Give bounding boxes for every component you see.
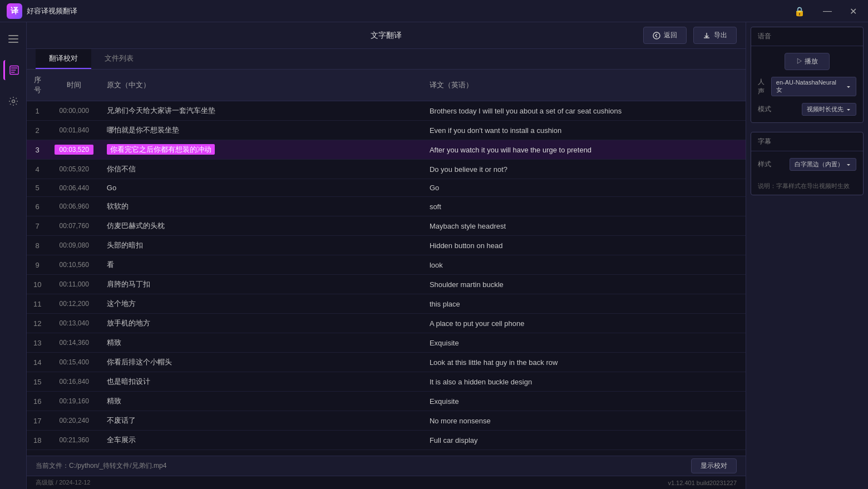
cell-seq: 9: [27, 255, 48, 275]
cell-seq: 6: [27, 197, 48, 216]
back-button[interactable]: 返回: [643, 27, 687, 44]
cell-source: 精致: [100, 333, 423, 353]
minimize-btn[interactable]: —: [818, 4, 836, 18]
table-row[interactable]: 1100:12,200这个地方this place: [27, 294, 746, 314]
cell-seq: 17: [27, 411, 48, 431]
mode-label: 模式: [758, 105, 771, 114]
tab-files[interactable]: 文件列表: [91, 49, 147, 69]
table-row[interactable]: 1300:14,360精致Exquisite: [27, 333, 746, 353]
table-row[interactable]: 1700:20,240不废话了No more nonsense: [27, 411, 746, 431]
main-content: 文字翻译 返回 导出 翻: [27, 22, 746, 489]
cell-source: 头部的暗扣: [100, 236, 423, 255]
sidebar: [0, 22, 27, 489]
table-row[interactable]: 600:06,960软软的soft: [27, 197, 746, 216]
table-row[interactable]: 1600:19,160精致Exquisite: [27, 392, 746, 411]
cell-seq: 15: [27, 372, 48, 392]
app-name: 好容译视频翻译: [27, 6, 77, 16]
cell-source: 你看完它之后你都有想装的冲动: [100, 140, 423, 160]
table-row[interactable]: 400:05,920你信不信Do you believe it or not?: [27, 160, 746, 179]
subtitle-note: 说明：字幕样式在导出视频时生效: [751, 177, 863, 195]
cell-time: 00:21,360: [48, 431, 100, 450]
audio-section-content: ▷ 播放 人声 en-AU-NatashaNeural 女 模式 视频时长优先: [751, 46, 863, 122]
sidebar-menu-icon[interactable]: [3, 29, 23, 49]
status-build: v1.12.401 build20231227: [668, 480, 737, 486]
cell-target: No more nonsense: [423, 411, 746, 431]
cell-target: this place: [423, 294, 746, 314]
table-row[interactable]: 1500:16,840也是暗扣设计It is also a hidden buc…: [27, 372, 746, 392]
cell-source: 你看后排这个小帽头: [100, 353, 423, 372]
cell-time: 00:14,360: [48, 333, 100, 353]
voice-field-row: 人声 en-AU-NatashaNeural 女: [758, 77, 856, 96]
table-row[interactable]: 1200:13,040放手机的地方A place to put your cel…: [27, 314, 746, 333]
cell-seq: 8: [27, 236, 48, 255]
cell-target: Finally let me tell you something: [423, 450, 746, 456]
window-controls: 🔒 — ✕: [790, 0, 861, 22]
title-bar: 译 好容译视频翻译 🔒 — ✕: [0, 0, 868, 22]
status-bar: 高级版 / 2024-12-12 v1.12.401 build20231227: [27, 476, 746, 489]
style-label: 样式: [758, 160, 771, 169]
cell-seq: 13: [27, 333, 48, 353]
mode-select[interactable]: 视频时长优先: [802, 103, 856, 116]
cell-seq: 3: [27, 140, 48, 160]
subtitle-section-content: 样式 白字黑边（内置）: [751, 151, 863, 177]
table-row[interactable]: 1400:15,400你看后排这个小帽头Look at this little …: [27, 353, 746, 372]
cell-time: 00:20,240: [48, 411, 100, 431]
table-row[interactable]: 800:09,080头部的暗扣Hidden button on head: [27, 236, 746, 255]
cell-seq: 4: [27, 160, 48, 179]
cell-seq: 19: [27, 450, 48, 456]
cell-source: 放手机的地方: [100, 314, 423, 333]
table-row[interactable]: 500:06,440GoGo: [27, 179, 746, 197]
cell-target: Brothers today I will tell you about a s…: [423, 101, 746, 121]
table-row[interactable]: 700:07,760仿麦巴赫式的头枕Maybach style headrest: [27, 216, 746, 236]
table-row[interactable]: 200:01,840哪怕就是你不想装坐垫Even if you don't wa…: [27, 121, 746, 140]
cell-seq: 7: [27, 216, 48, 236]
table-row[interactable]: 900:10,560看look: [27, 255, 746, 275]
cell-target: Look at this little hat guy in the back …: [423, 353, 746, 372]
lock-btn[interactable]: 🔒: [790, 4, 810, 19]
tab-bar: 翻译校对 文件列表: [27, 49, 746, 70]
right-panel: 语音 ▷ 播放 人声 en-AU-NatashaNeural 女 模式 视频时长…: [746, 22, 868, 489]
cell-source: 全车展示: [100, 431, 423, 450]
voice-select[interactable]: en-AU-NatashaNeural 女: [771, 77, 856, 96]
cell-source: 软软的: [100, 197, 423, 216]
svg-point-7: [12, 100, 14, 103]
svg-rect-1: [8, 38, 18, 39]
table-row[interactable]: 1000:11,000肩胯的马丁扣Shoulder martin buckle: [27, 275, 746, 294]
table-row[interactable]: 1900:22,360最后呢给大家去说一下Finally let me tell…: [27, 450, 746, 456]
audio-section-header: 语音: [751, 27, 863, 46]
app-logo-icon: 译: [7, 3, 22, 19]
play-button[interactable]: ▷ 播放: [785, 53, 830, 70]
cell-seq: 5: [27, 179, 48, 197]
cell-source: 仿麦巴赫式的头枕: [100, 216, 423, 236]
table-row[interactable]: 300:03,520你看完它之后你都有想装的冲动After you watch …: [27, 140, 746, 160]
svg-rect-2: [8, 42, 18, 43]
subtitle-section-header: 字幕: [751, 132, 863, 151]
style-select[interactable]: 白字黑边（内置）: [790, 158, 856, 171]
table-footer: 当前文件：C:/python/_待转文件/兄弟们.mp4 显示校对: [27, 456, 746, 476]
cell-target: look: [423, 255, 746, 275]
cell-time: 00:09,080: [48, 236, 100, 255]
tab-translate[interactable]: 翻译校对: [36, 49, 91, 69]
show-check-button[interactable]: 显示校对: [691, 458, 737, 473]
cell-source: 不废话了: [100, 411, 423, 431]
cell-time: 00:19,160: [48, 392, 100, 411]
cell-time: 00:11,000: [48, 275, 100, 294]
subtitle-section: 字幕 样式 白字黑边（内置） 说明：字幕样式在导出视频时生效: [751, 132, 864, 195]
cell-time: 00:06,440: [48, 179, 100, 197]
cell-time: 00:22,360: [48, 450, 100, 456]
table-container[interactable]: 序号 时间 原文（中文） 译文（英语） 100:00,000兄弟们今天给大家讲一…: [27, 70, 746, 456]
table-row[interactable]: 1800:21,360全车展示Full car display: [27, 431, 746, 450]
col-header-source: 原文（中文）: [100, 70, 423, 101]
voice-label: 人声: [758, 77, 771, 96]
table-row[interactable]: 100:00,000兄弟们今天给大家讲一套汽车坐垫Brothers today …: [27, 101, 746, 121]
close-btn[interactable]: ✕: [845, 4, 861, 19]
translation-table: 序号 时间 原文（中文） 译文（英语） 100:00,000兄弟们今天给大家讲一…: [27, 70, 746, 456]
export-button[interactable]: 导出: [693, 27, 737, 44]
cell-target: A place to put your cell phone: [423, 314, 746, 333]
sidebar-translate-icon[interactable]: [3, 60, 23, 80]
sidebar-settings-icon[interactable]: [3, 91, 23, 111]
cell-source: 哪怕就是你不想装坐垫: [100, 121, 423, 140]
audio-section: 语音 ▷ 播放 人声 en-AU-NatashaNeural 女 模式 视频时长…: [751, 27, 864, 123]
cell-seq: 12: [27, 314, 48, 333]
cell-time: 00:05,920: [48, 160, 100, 179]
